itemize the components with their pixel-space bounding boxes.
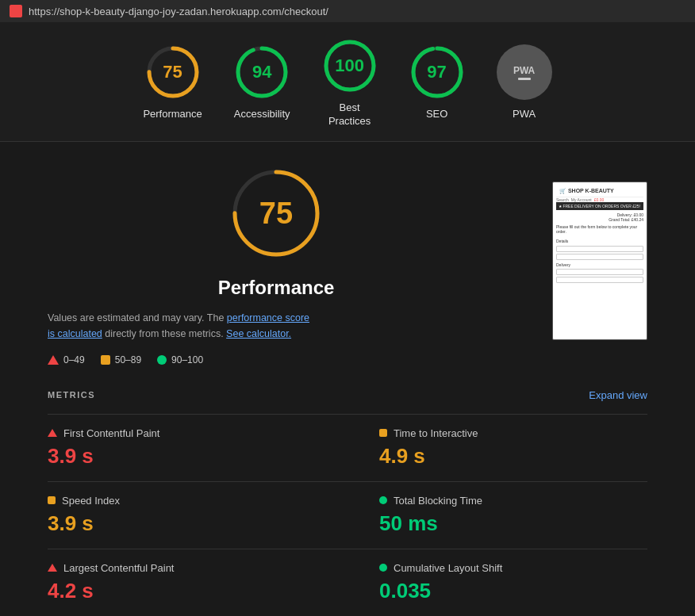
metric-tbt-header: Total Blocking Time <box>379 495 647 507</box>
scores-section: 75 Performance 94 Accessibility 100 Best… <box>0 22 695 142</box>
metric-fcp-name: First Contentful Paint <box>63 427 159 439</box>
main-content: 75 Performance Values are estimated and … <box>0 142 695 389</box>
score-item-pwa[interactable]: PWA PWA <box>497 44 552 121</box>
preview-field-name <box>556 246 643 252</box>
metric-lcp-value: 4.2 s <box>48 579 316 603</box>
legend-red-icon <box>48 355 59 365</box>
pwa-dash <box>518 78 531 80</box>
score-label-performance: Performance <box>143 108 202 121</box>
score-circle-best-practices: 100 <box>322 38 378 94</box>
calculator-link[interactable]: See calculator. <box>226 328 291 339</box>
legend-mid-label: 50–89 <box>115 354 141 365</box>
metric-fcp-header: First Contentful Paint <box>48 427 316 439</box>
legend-high: 90–100 <box>157 354 203 365</box>
legend-green-icon <box>157 355 167 365</box>
metrics-section: METRICS Expand view First Contentful Pai… <box>0 389 695 616</box>
metric-fcp-icon <box>48 429 57 437</box>
metric-cls-icon <box>379 564 387 572</box>
metric-si-header: Speed Index <box>48 495 316 507</box>
score-label-pwa: PWA <box>513 108 536 121</box>
score-circle-performance: 75 <box>145 44 201 100</box>
score-value-performance: 75 <box>163 62 182 82</box>
screenshot-preview: 🛒 SHOP K-BEAUTY Search My Account £0.00 … <box>552 182 647 340</box>
metric-tbt-icon <box>379 496 387 504</box>
score-value-seo: 97 <box>427 62 446 82</box>
metric-fcp-value: 3.9 s <box>48 444 316 469</box>
pwa-label: PWA <box>513 65 535 76</box>
metrics-title: METRICS <box>48 390 95 400</box>
legend-low: 0–49 <box>48 354 85 365</box>
preview-logo: 🛒 SHOP K-BEAUTY <box>559 188 614 194</box>
metric-lcp: Largest Contentful Paint 4.2 s <box>48 549 348 616</box>
metric-tbt: Total Blocking Time 50 ms <box>348 481 647 549</box>
preview-delivery-label: Delivery <box>556 262 643 267</box>
metric-tti: Time to Interactive 4.9 s <box>348 414 647 481</box>
metric-fcp: First Contentful Paint 3.9 s <box>48 414 348 481</box>
metric-tti-header: Time to Interactive <box>379 427 647 439</box>
url-bar: https://shop-k-beauty-django-joy-zadan.h… <box>29 6 328 17</box>
performance-title: Performance <box>48 277 505 299</box>
metric-tbt-name: Total Blocking Time <box>394 495 482 507</box>
title-bar: https://shop-k-beauty-django-joy-zadan.h… <box>0 0 695 22</box>
score-value-best-practices: 100 <box>335 55 364 76</box>
big-score-circle: 75 <box>228 166 324 261</box>
score-item-accessibility[interactable]: 94 Accessibility <box>234 44 290 121</box>
metric-tti-value: 4.9 s <box>379 444 647 469</box>
score-legend: 0–49 50–89 90–100 <box>48 354 203 365</box>
metric-tbt-value: 50 ms <box>379 511 647 536</box>
metric-cls-header: Cumulative Layout Shift <box>379 562 647 574</box>
metric-lcp-header: Largest Contentful Paint <box>48 562 316 574</box>
preview-field-email <box>556 254 643 260</box>
legend-mid: 50–89 <box>101 354 141 365</box>
preview-delivery-info: Delivery: £0.00Grand Total: £40.24 <box>556 212 643 222</box>
pwa-circle: PWA <box>497 44 552 100</box>
metric-si-value: 3.9 s <box>48 511 316 536</box>
metric-si: Speed Index 3.9 s <box>48 481 348 549</box>
score-circle-accessibility: 94 <box>234 44 290 100</box>
metric-lcp-icon <box>48 564 57 572</box>
expand-view-button[interactable]: Expand view <box>589 389 647 401</box>
score-circle-seo: 97 <box>409 44 465 100</box>
score-item-seo[interactable]: 97 SEO <box>409 44 465 121</box>
preview-frame: 🛒 SHOP K-BEAUTY Search My Account £0.00 … <box>552 182 647 340</box>
metric-cls-name: Cumulative Layout Shift <box>394 562 502 574</box>
preview-header: 🛒 SHOP K-BEAUTY <box>556 186 643 197</box>
metric-si-icon <box>48 496 56 504</box>
score-value-accessibility: 94 <box>252 62 271 82</box>
score-label-best-practices: BestPractices <box>328 101 371 128</box>
metric-cls-value: 0.035 <box>379 579 647 603</box>
score-label-accessibility: Accessibility <box>234 108 290 121</box>
legend-high-label: 90–100 <box>171 354 203 365</box>
legend-low-label: 0–49 <box>63 354 85 365</box>
legend-orange-icon <box>101 355 110 365</box>
big-score-value: 75 <box>259 196 293 230</box>
preview-field-phone <box>556 269 643 275</box>
browser-icon <box>10 5 22 17</box>
score-item-best-practices[interactable]: 100 BestPractices <box>322 38 378 128</box>
metrics-grid: First Contentful Paint 3.9 s Time to Int… <box>48 414 647 616</box>
metric-si-name: Speed Index <box>62 495 120 507</box>
score-label-seo: SEO <box>426 108 447 121</box>
preview-field-address <box>556 277 643 283</box>
performance-left: 75 Performance Values are estimated and … <box>48 166 505 365</box>
big-circle-container: 75 <box>48 166 505 261</box>
metric-tti-name: Time to Interactive <box>394 427 478 439</box>
metric-tti-icon <box>379 429 387 437</box>
performance-description: Values are estimated and may vary. The p… <box>48 310 309 342</box>
preview-form-text: Please fill out the form below to comple… <box>556 224 643 243</box>
score-item-performance[interactable]: 75 Performance <box>143 44 202 121</box>
metric-lcp-name: Largest Contentful Paint <box>63 562 174 574</box>
preview-banner: ★ FREE DELIVERY ON ORDERS OVER £25! <box>556 202 643 210</box>
metric-cls: Cumulative Layout Shift 0.035 <box>348 549 647 616</box>
metrics-header: METRICS Expand view <box>48 389 647 401</box>
